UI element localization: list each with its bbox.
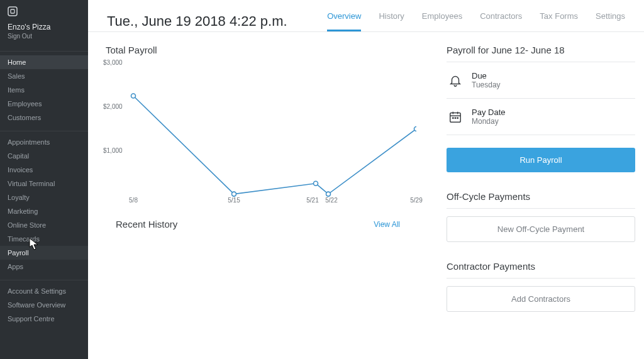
ytick: $1,000 <box>103 147 123 154</box>
xtick: 5/8 <box>129 197 138 204</box>
due-row: Due Tuesday <box>447 62 635 99</box>
payroll-chart: $3,000 $2,000 $1,000 5/8 5/15 5/21 5/22 … <box>102 59 419 204</box>
bell-icon <box>448 73 463 88</box>
sidebar: Enzo's Pizza Sign Out Home Sales Items E… <box>0 0 88 359</box>
svg-point-4 <box>314 181 318 185</box>
sidebar-item-online-store[interactable]: Online Store <box>0 218 88 232</box>
left-column: Total Payroll $3,000 $2,000 $1,000 5/8 5… <box>102 45 434 312</box>
sidebar-item-marketing[interactable]: Marketing <box>0 204 88 218</box>
svg-point-12 <box>455 118 455 118</box>
run-payroll-button[interactable]: Run Payroll <box>447 148 635 172</box>
sidebar-item-account-settings[interactable]: Account & Settings <box>0 284 88 298</box>
xtick: 5/15 <box>228 197 240 204</box>
tab-overview[interactable]: Overview <box>327 11 361 31</box>
sidebar-item-software-overview[interactable]: Software Overview <box>0 298 88 312</box>
svg-point-11 <box>453 118 453 118</box>
business-name: Enzo's Pizza <box>8 23 80 31</box>
right-column: Payroll for June 12- June 18 Due Tuesday… <box>447 45 635 312</box>
svg-point-2 <box>131 94 136 98</box>
payroll-period-title: Payroll for June 12- June 18 <box>447 45 635 62</box>
add-contractors-button[interactable]: Add Contractors <box>447 286 635 312</box>
sidebar-item-customers[interactable]: Customers <box>0 111 88 124</box>
nav-group-tertiary: Account & Settings Software Overview Sup… <box>0 280 88 326</box>
sidebar-item-payroll[interactable]: Payroll <box>0 246 88 260</box>
sidebar-item-appointments[interactable]: Appointments <box>0 135 88 149</box>
nav-group-secondary: Appointments Capital Invoices Virtual Te… <box>0 131 88 273</box>
sign-out-link[interactable]: Sign Out <box>8 33 80 40</box>
svg-point-3 <box>232 192 236 196</box>
recent-history-title: Recent History <box>116 219 177 229</box>
tab-settings[interactable]: Settings <box>596 11 625 31</box>
tab-history[interactable]: History <box>379 11 404 31</box>
tab-contractors[interactable]: Contractors <box>480 11 522 31</box>
svg-point-13 <box>457 118 458 118</box>
sidebar-item-support-centre[interactable]: Support Centre <box>0 312 88 326</box>
paydate-label: Pay Date <box>472 108 505 117</box>
xtick: 5/21 <box>306 197 318 204</box>
sidebar-item-items[interactable]: Items <box>0 83 88 97</box>
svg-point-6 <box>414 127 417 131</box>
tab-tax-forms[interactable]: Tax Forms <box>540 11 578 31</box>
xtick: 5/22 <box>325 197 337 204</box>
offcycle-title: Off-Cycle Payments <box>447 191 635 209</box>
svg-point-5 <box>326 192 331 196</box>
main-area: Tue., June 19 2018 4:22 p.m. Overview Hi… <box>88 0 644 359</box>
new-offcycle-button[interactable]: New Off-Cycle Payment <box>447 216 635 242</box>
paydate-row: Pay Date Monday <box>447 99 635 135</box>
ytick: $2,000 <box>103 103 123 110</box>
view-all-link[interactable]: View All <box>374 220 400 229</box>
nav-group-primary: Home Sales Items Employees Customers <box>0 51 88 124</box>
page-title: Tue., June 19 2018 4:22 p.m. <box>107 13 287 30</box>
ytick: $3,000 <box>103 59 123 66</box>
sidebar-item-capital[interactable]: Capital <box>0 149 88 163</box>
sidebar-item-virtual-terminal[interactable]: Virtual Terminal <box>0 177 88 191</box>
tab-employees[interactable]: Employees <box>422 11 462 31</box>
xtick: 5/29 <box>410 197 422 204</box>
sidebar-item-apps[interactable]: Apps <box>0 260 88 273</box>
sidebar-item-home[interactable]: Home <box>0 55 88 69</box>
chart-title: Total Payroll <box>106 45 434 55</box>
topbar: Tue., June 19 2018 4:22 p.m. Overview Hi… <box>88 0 644 32</box>
svg-rect-1 <box>11 9 14 13</box>
square-logo-icon <box>8 6 18 16</box>
due-value: Tuesday <box>472 80 501 89</box>
sidebar-item-employees[interactable]: Employees <box>0 97 88 111</box>
sidebar-item-sales[interactable]: Sales <box>0 69 88 83</box>
tabs: Overview History Employees Contractors T… <box>327 11 625 31</box>
calendar-icon <box>448 109 463 124</box>
svg-rect-0 <box>8 7 17 16</box>
paydate-value: Monday <box>472 117 505 126</box>
sidebar-item-loyalty[interactable]: Loyalty <box>0 191 88 204</box>
sidebar-item-timecards[interactable]: Timecards <box>0 232 88 246</box>
sidebar-item-invoices[interactable]: Invoices <box>0 163 88 177</box>
due-label: Due <box>472 71 501 80</box>
contractor-title: Contractor Payments <box>447 261 635 279</box>
